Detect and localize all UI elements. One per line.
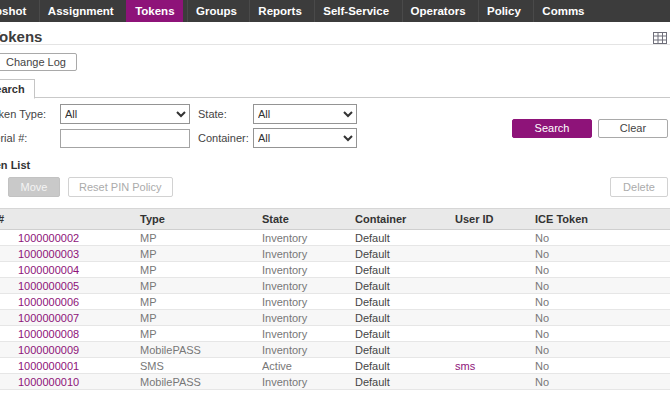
table-row: 1000000006 MP Inventory Default No <box>0 294 670 310</box>
ice-token-cell: No <box>535 294 670 310</box>
serial-label: Serial #: <box>0 132 60 144</box>
serial-link[interactable]: 1000000003 <box>18 248 79 260</box>
container-cell: Default <box>355 278 455 294</box>
delete-button[interactable]: Delete <box>610 177 668 197</box>
state-cell: Inventory <box>262 310 355 326</box>
type-cell: MP <box>140 310 262 326</box>
user-id-cell: sms <box>455 358 535 374</box>
state-label: State: <box>198 108 253 120</box>
state-cell: Inventory <box>262 246 355 262</box>
token-list-toolbar: MoveReset PIN PolicyDelete <box>0 177 670 199</box>
table-row: 1000000007 MP Inventory Default No <box>0 310 670 326</box>
column-header: User ID <box>455 209 535 230</box>
column-header: Serial # <box>0 209 140 230</box>
serial-cell: 1000000002 <box>0 230 140 246</box>
reset-pin-policy-button[interactable]: Reset PIN Policy <box>68 177 173 197</box>
table-row: 1000000002 MP Inventory Default No <box>0 230 670 246</box>
serial-input[interactable] <box>60 129 190 148</box>
nav-item[interactable]: Snapshot <box>0 0 34 22</box>
serial-cell: 1000000008 <box>0 326 140 342</box>
container-cell: Default <box>355 358 455 374</box>
nav-item[interactable]: Comms <box>533 0 592 22</box>
nav-item[interactable]: Operators <box>402 0 474 22</box>
nav-item[interactable]: Tokens <box>126 0 182 22</box>
serial-cell: 1000000004 <box>0 262 140 278</box>
table-row: 1000000003 MP Inventory Default No <box>0 246 670 262</box>
serial-cell: 1000000010 <box>0 374 140 390</box>
ice-token-cell: No <box>535 358 670 374</box>
container-cell: Default <box>355 374 455 390</box>
tab-search[interactable]: Search <box>0 79 35 99</box>
serial-link[interactable]: 1000000007 <box>18 312 79 324</box>
search-button[interactable]: Search <box>512 119 592 138</box>
user-id-cell <box>455 246 535 262</box>
move-button[interactable]: Move <box>8 177 60 197</box>
type-cell: MP <box>140 246 262 262</box>
table-row: 1000000004 MP Inventory Default No <box>0 262 670 278</box>
ice-token-cell: No <box>535 230 670 246</box>
table-row: 1000000010 MobilePASS Inventory Default … <box>0 374 670 390</box>
serial-cell: 1000000009 <box>0 342 140 358</box>
type-cell: MobilePASS <box>140 342 262 358</box>
clear-button[interactable]: Clear <box>598 119 668 138</box>
serial-link[interactable]: 1000000009 <box>18 344 79 356</box>
type-cell: MobilePASS <box>140 374 262 390</box>
change-log-button[interactable]: Change Log <box>0 53 77 71</box>
ice-token-cell: No <box>535 326 670 342</box>
column-header: Type <box>140 209 262 230</box>
token-list-title: Token List <box>0 159 670 173</box>
serial-link[interactable]: 1000000005 <box>18 280 79 292</box>
serial-cell: 1000000007 <box>0 310 140 326</box>
table-row: 1000000009 MobilePASS Inventory Default … <box>0 342 670 358</box>
nav-item[interactable]: Assignment <box>39 0 122 22</box>
nav-item[interactable]: Policy <box>478 0 529 22</box>
user-id-cell <box>455 278 535 294</box>
search-panel-buttons: SearchClear <box>512 118 668 138</box>
container-cell: Default <box>355 294 455 310</box>
user-id-cell <box>455 374 535 390</box>
serial-link[interactable]: 1000000002 <box>18 232 79 244</box>
state-cell: Inventory <box>262 230 355 246</box>
state-cell: Inventory <box>262 294 355 310</box>
ice-token-cell: No <box>535 262 670 278</box>
nav-item[interactable]: Groups <box>187 0 245 22</box>
actions-row: Change Log <box>0 45 670 77</box>
container-select[interactable]: All <box>253 128 357 148</box>
user-id-cell <box>455 310 535 326</box>
serial-link[interactable]: 1000000004 <box>18 264 79 276</box>
ice-token-cell: No <box>535 278 670 294</box>
grid-view-icon[interactable] <box>653 30 667 48</box>
state-cell: Active <box>262 358 355 374</box>
state-select[interactable]: All <box>253 104 357 124</box>
container-cell: Default <box>355 326 455 342</box>
state-cell: Inventory <box>262 342 355 358</box>
serial-link[interactable]: 1000000006 <box>18 296 79 308</box>
type-cell: MP <box>140 326 262 342</box>
page-title: Tokens <box>0 28 42 45</box>
container-cell: Default <box>355 342 455 358</box>
user-id-cell <box>455 326 535 342</box>
state-cell: Inventory <box>262 262 355 278</box>
serial-cell: 1000000001 <box>0 358 140 374</box>
token-table-body: 1000000002 MP Inventory Default No 10000… <box>0 230 670 390</box>
user-id-cell <box>455 230 535 246</box>
table-row: 1000000005 MP Inventory Default No <box>0 278 670 294</box>
serial-link[interactable]: 1000000001 <box>18 360 79 372</box>
type-cell: MP <box>140 294 262 310</box>
nav-item[interactable]: Self-Service <box>314 0 397 22</box>
container-label: Container: <box>198 132 253 144</box>
token-type-select[interactable]: All <box>60 104 190 124</box>
container-cell: Default <box>355 310 455 326</box>
app-window: Snapshot Assignment Tokens Groups Report… <box>0 0 670 400</box>
user-id-link[interactable]: sms <box>455 360 475 372</box>
type-cell: MP <box>140 230 262 246</box>
user-id-cell <box>455 294 535 310</box>
search-panel: Token Type: All State: All Serial #:Cont… <box>0 97 670 153</box>
type-cell: SMS <box>140 358 262 374</box>
state-cell: Inventory <box>262 374 355 390</box>
nav-item[interactable]: Reports <box>249 0 309 22</box>
container-cell: Default <box>355 262 455 278</box>
serial-link[interactable]: 1000000010 <box>18 376 79 388</box>
serial-link[interactable]: 1000000008 <box>18 328 79 340</box>
tab-row: Search <box>0 77 670 97</box>
